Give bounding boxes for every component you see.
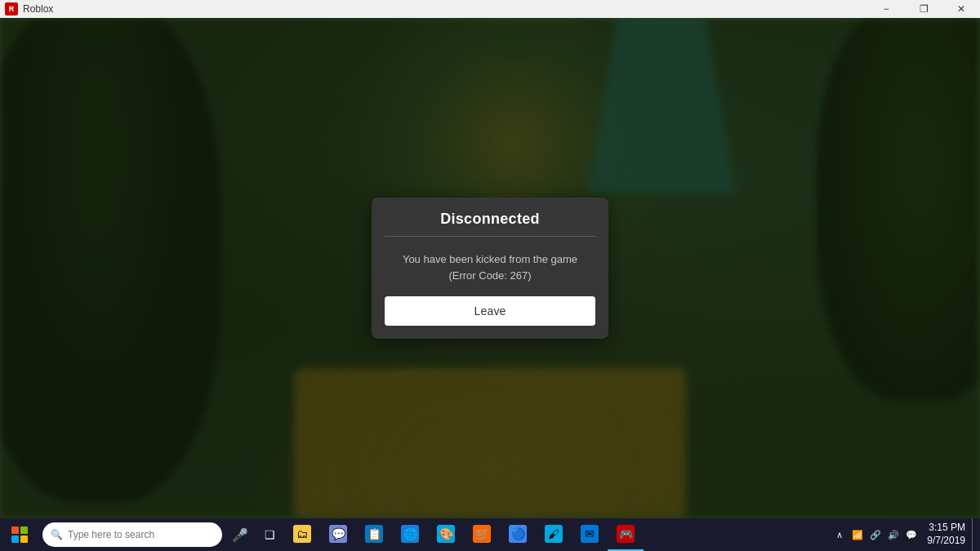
titlebar-title: Roblox — [23, 3, 53, 15]
taskbar-app-chrome[interactable]: 🔵 — [500, 518, 536, 551]
taskbar-app-ps1[interactable]: 🎨 — [428, 518, 464, 551]
start-square-1 — [11, 527, 19, 534]
disconnect-dialog: Disconnected You have been kicked from t… — [372, 198, 608, 339]
taskbar-app-explorer[interactable]: 🗂 — [284, 518, 320, 551]
leave-button[interactable]: Leave — [385, 296, 595, 326]
restore-button[interactable]: ❐ — [905, 0, 942, 18]
close-button[interactable]: ✕ — [942, 0, 980, 18]
taskbar-clock[interactable]: 3:15 PM 9/7/2019 — [920, 518, 972, 551]
start-button[interactable] — [0, 518, 39, 551]
minimize-button[interactable]: − — [867, 0, 905, 18]
cortana-button[interactable]: 🎤 — [225, 518, 255, 551]
task-view-button[interactable]: ❑ — [255, 518, 284, 551]
title-bar: R Roblox − ❐ ✕ — [0, 0, 980, 18]
tray-notification-icon[interactable]: 💬 — [902, 518, 920, 551]
task-view-icon: ❑ — [265, 528, 275, 541]
search-input[interactable] — [68, 529, 198, 540]
taskbar-search-box[interactable]: 🔍 — [42, 522, 222, 547]
windows-logo-icon — [11, 527, 28, 543]
taskbar-app-shop[interactable]: 🛒 — [464, 518, 500, 551]
chrome-icon: 🔵 — [509, 525, 527, 543]
ps2-icon: 🖌 — [545, 525, 563, 543]
start-square-2 — [20, 527, 28, 534]
clock-time: 3:15 PM — [929, 522, 965, 535]
taskbar-app-ps2[interactable]: 🖌 — [536, 518, 572, 551]
dialog-message: You have been kicked from the game(Error… — [403, 253, 577, 282]
dialog-overlay: Disconnected You have been kicked from t… — [0, 18, 980, 518]
dialog-body: You have been kicked from the game(Error… — [372, 237, 608, 296]
dialog-footer: Leave — [372, 296, 608, 339]
mail-icon: ✉ — [581, 525, 599, 543]
ps1-icon: 🎨 — [437, 525, 455, 543]
taskbar-app-ie[interactable]: 🌐 — [392, 518, 428, 551]
taskbar: 🔍 🎤 ❑ 🗂 💬 📋 🌐 🎨 🛒 🔵 🖌 ✉ 🎮 ∧ 📶 🔗 — [0, 518, 980, 551]
app-icon: R — [5, 2, 18, 16]
discord-icon: 💬 — [329, 525, 347, 543]
microphone-icon: 🎤 — [232, 527, 248, 543]
tray-volume-icon[interactable]: 🔊 — [884, 518, 902, 551]
tray-wifi-icon[interactable]: 🔗 — [866, 518, 884, 551]
taskbar-app-trello[interactable]: 📋 — [356, 518, 392, 551]
taskbar-tray: ∧ 📶 🔗 🔊 💬 3:15 PM 9/7/2019 — [831, 518, 980, 551]
search-icon: 🔍 — [51, 529, 63, 540]
dialog-header: Disconnected — [372, 198, 608, 236]
taskbar-app-mail[interactable]: ✉ — [572, 518, 608, 551]
explorer-icon: 🗂 — [293, 525, 311, 543]
start-square-4 — [20, 535, 28, 543]
dialog-title: Disconnected — [440, 211, 540, 227]
ie-icon: 🌐 — [401, 525, 419, 543]
roblox-icon: 🎮 — [617, 525, 635, 543]
titlebar-left: R Roblox — [0, 2, 53, 16]
taskbar-app-discord[interactable]: 💬 — [320, 518, 356, 551]
shop-icon: 🛒 — [473, 525, 491, 543]
trello-icon: 📋 — [365, 525, 383, 543]
tray-show-hidden[interactable]: ∧ — [831, 518, 849, 551]
window-controls: − ❐ ✕ — [867, 0, 980, 18]
clock-date: 9/7/2019 — [927, 535, 965, 548]
tray-network-icon[interactable]: 📶 — [849, 518, 866, 551]
taskbar-app-roblox[interactable]: 🎮 — [608, 518, 644, 551]
start-square-3 — [11, 535, 19, 543]
show-desktop-button[interactable] — [972, 518, 977, 551]
